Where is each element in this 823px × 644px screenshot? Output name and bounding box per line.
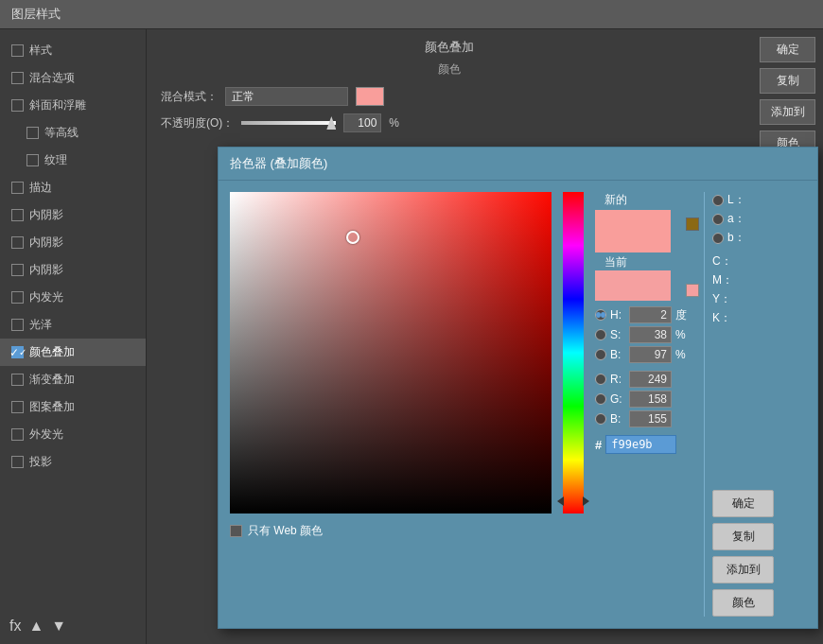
h-input[interactable]	[629, 306, 672, 323]
up-icon[interactable]: ▲	[28, 618, 44, 635]
checkbox-inner-shadow-2[interactable]	[11, 236, 24, 249]
m-label: M：	[712, 272, 727, 288]
b-input[interactable]	[629, 346, 672, 363]
checkbox-pattern-overlay[interactable]	[11, 401, 24, 413]
hsb-inputs: H: 度 S: % B: %	[595, 306, 694, 363]
opacity-slider[interactable]	[241, 121, 336, 125]
hue-arrow-right	[583, 496, 589, 506]
checkbox-contour[interactable]	[26, 127, 39, 139]
down-icon[interactable]: ▼	[51, 618, 66, 635]
radio-a[interactable]	[712, 214, 724, 225]
b2-label: B:	[610, 412, 625, 426]
sidebar-item-inner-shadow-2[interactable]: 内阴影	[0, 229, 146, 256]
confirm-button[interactable]: 确定	[760, 37, 815, 62]
checkbox-bevel[interactable]	[11, 99, 24, 112]
blend-mode-label: 混合模式：	[161, 89, 218, 105]
radio-R[interactable]	[595, 374, 606, 385]
web-only-label: 只有 Web 颜色	[248, 523, 323, 539]
sidebar-item-gradient-overlay[interactable]: 渐变叠加	[0, 366, 146, 393]
radio-L[interactable]	[712, 195, 724, 206]
dialog-confirm-button[interactable]: 确定	[712, 490, 774, 517]
dialog-copy-button[interactable]: 复制	[712, 523, 774, 550]
opacity-row: 不透明度(O)： %	[161, 113, 738, 132]
opacity-input[interactable]	[343, 113, 381, 132]
sidebar-item-pattern-overlay[interactable]: 图案叠加	[0, 393, 146, 421]
b2-input[interactable]	[629, 410, 672, 427]
checkbox-gradient-overlay[interactable]	[11, 374, 24, 386]
copy-button[interactable]: 复制	[760, 68, 815, 94]
sidebar-item-stroke[interactable]: 描边	[0, 174, 146, 201]
dialog-right-side: 新的 当前 H:	[595, 192, 774, 617]
swatch-current	[595, 270, 671, 301]
spacer	[712, 328, 774, 488]
checkbox-satin[interactable]	[11, 319, 24, 331]
sidebar-item-inner-shadow-3[interactable]: 内阴影	[0, 256, 146, 284]
b-row: B: %	[595, 346, 694, 363]
a-label: a：	[727, 211, 743, 227]
s-input[interactable]	[629, 326, 672, 343]
checkbox-color-overlay[interactable]: ✓	[11, 346, 24, 358]
hue-slider-container[interactable]	[563, 192, 584, 513]
checkbox-texture[interactable]	[26, 154, 39, 166]
sidebar-item-drop-shadow[interactable]: 投影	[0, 448, 146, 476]
sidebar-item-styles[interactable]: 样式	[0, 37, 146, 64]
divider2	[712, 248, 774, 252]
opacity-unit: %	[389, 116, 399, 130]
sidebar-item-blend[interactable]: 混合选项	[0, 64, 146, 92]
lab-section: L： a： b：	[712, 192, 774, 246]
m-row: M：	[712, 272, 774, 288]
color-field-dark	[230, 192, 552, 513]
checkbox-styles[interactable]	[11, 44, 24, 57]
color-field[interactable]	[230, 192, 552, 513]
current-label: 当前	[604, 254, 694, 270]
web-safe-icon	[686, 218, 699, 231]
s-unit: %	[675, 328, 694, 341]
dialog-color-lib-button[interactable]: 颜色	[712, 589, 774, 617]
panel-title: 图层样式	[0, 0, 823, 29]
section-title: 颜色叠加	[161, 39, 738, 56]
hue-slider[interactable]	[563, 192, 584, 513]
bottom-bar: fx ▲ ▼	[9, 618, 66, 635]
web-colors-row: 只有 Web 颜色	[230, 523, 552, 539]
fx-icon[interactable]: fx	[9, 618, 21, 635]
dialog-body: 只有 Web 颜色 新的 当前	[219, 181, 817, 628]
add-button[interactable]: 添加到	[760, 99, 815, 125]
sidebar-item-color-overlay[interactable]: ✓ 颜色叠加	[0, 339, 146, 366]
l-row: L：	[712, 192, 774, 208]
sidebar-item-texture[interactable]: 纹理	[0, 147, 146, 174]
sidebar-item-outer-glow[interactable]: 外发光	[0, 421, 146, 448]
checkbox-inner-glow[interactable]	[11, 291, 24, 304]
g-input[interactable]	[629, 391, 672, 408]
sidebar-item-inner-shadow-1[interactable]: 内阴影	[0, 201, 146, 229]
r-row: R:	[595, 371, 694, 388]
web-only-checkbox[interactable]	[230, 525, 242, 537]
a-row: a：	[712, 211, 774, 227]
swatch-new[interactable]	[595, 210, 671, 252]
sidebar-item-contour[interactable]: 等高线	[0, 119, 146, 147]
sidebar-item-inner-glow[interactable]: 内发光	[0, 284, 146, 311]
checkbox-outer-glow[interactable]	[11, 428, 24, 441]
checkbox-inner-shadow-3[interactable]	[11, 264, 24, 276]
radio-B2[interactable]	[595, 413, 606, 425]
radio-B[interactable]	[595, 349, 606, 360]
sidebar-item-satin[interactable]: 光泽	[0, 311, 146, 339]
r-input[interactable]	[629, 371, 672, 388]
radio-blab[interactable]	[712, 233, 724, 244]
checkbox-stroke[interactable]	[11, 182, 24, 194]
checkbox-blend[interactable]	[11, 72, 24, 84]
color-field-container[interactable]: 只有 Web 颜色	[230, 192, 552, 513]
color-preview[interactable]	[356, 87, 384, 106]
blend-mode-select[interactable]: 正常 溶解 正片叠底	[225, 87, 348, 106]
divider	[595, 365, 694, 369]
checkbox-drop-shadow[interactable]	[11, 456, 24, 468]
b-unit: %	[675, 348, 694, 361]
sidebar-item-bevel[interactable]: 斜面和浮雕	[0, 92, 146, 119]
radio-S[interactable]	[595, 329, 606, 340]
cmyk-section: C： M： Y： K：	[712, 253, 774, 326]
k-label: K：	[712, 310, 727, 326]
radio-H[interactable]	[595, 309, 606, 321]
checkbox-inner-shadow-1[interactable]	[11, 209, 24, 221]
dialog-add-button[interactable]: 添加到	[712, 556, 774, 583]
hex-input[interactable]	[605, 435, 676, 454]
radio-G[interactable]	[595, 393, 606, 405]
